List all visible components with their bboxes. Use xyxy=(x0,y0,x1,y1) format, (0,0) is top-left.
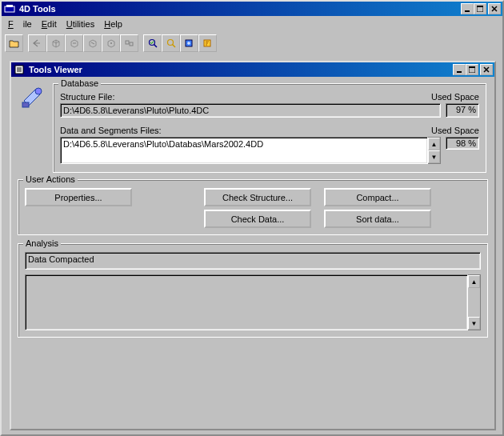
analysis-legend: Analysis xyxy=(23,238,61,248)
data-files-list[interactable]: D:\4D6.5.8\Leverans\Pluto\Databas\Mars20… xyxy=(60,137,428,164)
svg-rect-2 xyxy=(465,10,470,12)
menu-edit[interactable]: Edit xyxy=(37,18,62,30)
svg-rect-0 xyxy=(5,6,14,12)
search-icon[interactable] xyxy=(162,34,180,52)
sort-tool-icon[interactable] xyxy=(198,34,217,52)
user-actions-group: User Actions Properties... Check Structu… xyxy=(18,179,488,235)
main-window: 4D Tools File Edit Utilities Help xyxy=(0,0,504,436)
main-title: 4D Tools xyxy=(18,4,461,14)
svg-point-13 xyxy=(167,40,173,46)
analysis-scrollbar[interactable]: ▲ ▼ xyxy=(468,274,481,330)
viewer-icon xyxy=(13,63,26,76)
minimize-button[interactable] xyxy=(461,3,474,14)
analysis-status: Data Compacted xyxy=(25,252,481,270)
toolbar xyxy=(2,31,502,55)
svg-point-26 xyxy=(35,88,42,94)
maximize-button[interactable] xyxy=(474,3,486,14)
viewer-titlebar[interactable]: Tools Viewer xyxy=(11,62,494,77)
scroll-up-icon[interactable]: ▲ xyxy=(468,275,480,288)
menu-help[interactable]: Help xyxy=(99,18,127,30)
analysis-group: Analysis Data Compacted ▲ ▼ xyxy=(18,243,488,338)
menubar: File Edit Utilities Help xyxy=(2,16,502,31)
svg-point-11 xyxy=(149,40,154,46)
tools-viewer-window: Tools Viewer Database Structure File: xyxy=(10,61,496,430)
database-legend: Database xyxy=(58,78,101,88)
close-button[interactable] xyxy=(488,3,501,14)
check-data-button[interactable]: Check Data... xyxy=(204,210,311,228)
viewer-window-controls xyxy=(453,64,493,75)
open-icon[interactable] xyxy=(5,34,23,52)
scroll-up-icon[interactable]: ▲ xyxy=(428,138,440,150)
scroll-down-icon[interactable]: ▼ xyxy=(468,317,480,330)
check-structure-button[interactable]: Check Structure... xyxy=(204,188,311,206)
cube2-icon[interactable] xyxy=(65,34,83,52)
user-actions-legend: User Actions xyxy=(23,174,78,184)
used-space-label-1: Used Space xyxy=(431,92,479,102)
cubes-icon[interactable] xyxy=(120,34,138,52)
structure-used-space: 97 % xyxy=(446,103,479,118)
viewer-minimize-button[interactable] xyxy=(453,64,466,75)
list-item[interactable]: D:\4D6.5.8\Leverans\Pluto\Databas\Mars20… xyxy=(63,139,425,149)
sort-data-button[interactable]: Sort data... xyxy=(324,210,431,228)
svg-rect-10 xyxy=(130,42,133,46)
check-icon[interactable] xyxy=(143,34,162,52)
svg-line-14 xyxy=(172,45,175,48)
data-list-scrollbar[interactable]: ▲ ▼ xyxy=(428,137,441,164)
viewer-title: Tools Viewer xyxy=(27,65,453,74)
main-titlebar[interactable]: 4D Tools xyxy=(2,2,502,16)
tools-large-icon xyxy=(19,85,45,110)
svg-rect-9 xyxy=(126,41,129,44)
svg-line-12 xyxy=(154,45,157,48)
cube4-icon[interactable] xyxy=(102,34,120,52)
svg-point-8 xyxy=(110,42,112,44)
undo-icon[interactable] xyxy=(28,34,46,52)
svg-rect-27 xyxy=(22,102,29,107)
properties-button[interactable]: Properties... xyxy=(25,188,132,206)
viewer-maximize-button[interactable] xyxy=(466,64,478,75)
svg-rect-4 xyxy=(477,6,483,7)
scroll-down-icon[interactable]: ▼ xyxy=(428,150,440,163)
app-icon xyxy=(3,2,16,15)
main-window-controls xyxy=(461,3,501,14)
data-used-space: 98 % xyxy=(446,137,479,150)
structure-file-label: Structure File: xyxy=(60,92,114,102)
menu-utilities[interactable]: Utilities xyxy=(62,18,99,30)
structure-file-path: D:\4D6.5.8\Leverans\Pluto\Pluto.4DC xyxy=(60,103,441,118)
viewer-close-button[interactable] xyxy=(480,64,493,75)
svg-rect-23 xyxy=(469,66,475,68)
database-group: Database Structure File: Used Space D:\4… xyxy=(53,83,486,173)
compact-tool-icon[interactable] xyxy=(180,34,198,52)
analysis-output xyxy=(25,274,468,330)
cube3-icon[interactable] xyxy=(83,34,102,52)
used-space-label-2: Used Space xyxy=(431,126,479,135)
cube1-icon[interactable] xyxy=(46,34,65,52)
svg-rect-21 xyxy=(457,71,462,73)
svg-rect-1 xyxy=(6,5,13,7)
compact-button[interactable]: Compact... xyxy=(324,188,431,206)
data-files-label: Data and Segments Files: xyxy=(60,126,162,135)
menu-file[interactable]: File xyxy=(3,18,37,30)
